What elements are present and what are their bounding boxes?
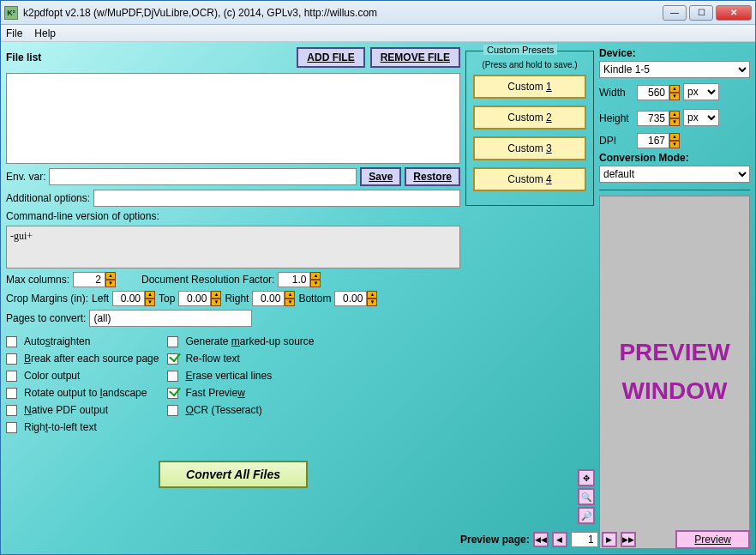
drf-stepper[interactable]: ▲▼ <box>278 272 321 287</box>
checkbox-icon[interactable] <box>167 388 178 399</box>
checkbox-label: Fast Preview <box>185 387 244 399</box>
height-unit-select[interactable]: px <box>683 109 719 126</box>
zoom-out-icon[interactable]: 🔎 <box>578 507 595 524</box>
checkbox-icon[interactable] <box>6 422 17 433</box>
checkbox-label: Native PDF output <box>24 404 108 416</box>
fit-icon[interactable]: ✥ <box>578 469 595 486</box>
checkbox-label: Autostraighten <box>24 335 90 347</box>
width-unit-select[interactable]: px <box>683 83 719 100</box>
checkbox-option[interactable]: Native PDF output <box>6 404 159 416</box>
max-columns-stepper[interactable]: ▲▼ <box>73 272 116 287</box>
maximize-button[interactable]: ☐ <box>689 5 713 21</box>
checkbox-icon[interactable] <box>6 371 17 382</box>
presets-hint: (Press and hold to save.) <box>473 60 586 69</box>
env-var-label: Env. var: <box>6 171 45 183</box>
checkbox-option[interactable]: Color output <box>6 370 159 382</box>
convert-all-button[interactable]: Convert All Files <box>159 461 308 488</box>
device-panel: Device: Kindle 1-5 Width ▲▼ px Height ▲▼… <box>599 47 750 190</box>
minimize-button[interactable]: — <box>663 5 687 21</box>
close-button[interactable]: ✕ <box>716 5 752 21</box>
checkbox-option[interactable]: Erase vertical lines <box>167 370 314 382</box>
additional-options-label: Additional options: <box>6 192 90 204</box>
app-icon: K² <box>4 6 18 20</box>
preview-page-input[interactable] <box>571 532 598 547</box>
pages-input[interactable] <box>89 310 252 327</box>
file-list[interactable] <box>6 73 460 164</box>
checkbox-icon[interactable] <box>167 371 178 382</box>
menu-help[interactable]: Help <box>34 27 56 39</box>
first-page-icon[interactable]: ◀◀ <box>533 532 549 547</box>
options-checkboxes: AutostraightenBreak after each source pa… <box>6 335 460 433</box>
crop-top-stepper[interactable]: ▲▼ <box>178 291 221 306</box>
menubar: File Help <box>1 25 755 42</box>
preview-placeholder-text: PREVIEWWINDOW <box>619 334 729 411</box>
preview-button[interactable]: Preview <box>675 530 750 549</box>
checkbox-label: Break after each source page <box>24 353 159 365</box>
checkbox-icon[interactable] <box>6 405 17 416</box>
checkbox-option[interactable]: Re-flow text <box>167 353 314 365</box>
device-select[interactable]: Kindle 1-5 <box>599 61 750 78</box>
crop-bottom-stepper[interactable]: ▲▼ <box>334 291 377 306</box>
checkbox-icon[interactable] <box>6 336 17 347</box>
dpi-stepper[interactable]: ▲▼ <box>637 133 680 148</box>
add-file-button[interactable]: ADD FILE <box>297 47 364 68</box>
checkbox-option[interactable]: Right-to-left text <box>6 421 159 433</box>
cmdline-label: Command-line version of options: <box>6 210 460 222</box>
conversion-mode-select[interactable]: default <box>599 166 750 183</box>
preset-button-3[interactable]: Custom 3 <box>473 136 586 160</box>
checkbox-icon[interactable] <box>167 405 178 416</box>
checkbox-option[interactable]: Rotate output to landscape <box>6 387 159 399</box>
prev-page-icon[interactable]: ◀ <box>552 532 567 547</box>
titlebar: K² k2pdfopt v2.18 (w/MuPDF,DjVuLibre,OCR… <box>1 1 755 25</box>
checkbox-icon[interactable] <box>6 353 17 365</box>
checkbox-icon[interactable] <box>167 336 178 347</box>
checkbox-option[interactable]: Fast Preview <box>167 387 314 399</box>
presets-legend: Custom Presets <box>483 45 557 55</box>
checkbox-label: Rotate output to landscape <box>24 387 147 399</box>
crop-margins-label: Crop Margins (in): <box>6 293 88 305</box>
checkbox-option[interactable]: OCR (Tesseract) <box>167 404 314 416</box>
menu-file[interactable]: File <box>6 27 22 39</box>
client-area: File list ADD FILE REMOVE FILE Env. var:… <box>1 42 755 554</box>
custom-presets-group: Custom Presets (Press and hold to save.)… <box>465 51 594 206</box>
crop-left-stepper[interactable]: ▲▼ <box>112 291 155 306</box>
crop-right-stepper[interactable]: ▲▼ <box>252 291 295 306</box>
preset-button-4[interactable]: Custom 4 <box>473 167 586 191</box>
remove-file-button[interactable]: REMOVE FILE <box>370 47 460 68</box>
device-label: Device: <box>599 47 750 59</box>
preset-button-2[interactable]: Custom 2 <box>473 106 586 130</box>
checkbox-label: Color output <box>24 370 80 382</box>
checkbox-icon[interactable] <box>167 353 178 365</box>
height-stepper[interactable]: ▲▼ <box>637 111 680 126</box>
conversion-mode-label: Conversion Mode: <box>599 152 750 164</box>
window-buttons: — ☐ ✕ <box>663 5 752 21</box>
checkbox-label: Generate marked-up source <box>185 335 314 347</box>
checkbox-option[interactable]: Break after each source page <box>6 353 159 365</box>
restore-button[interactable]: Restore <box>405 167 460 186</box>
preset-button-1[interactable]: Custom 1 <box>473 75 586 99</box>
checkbox-option[interactable]: Autostraighten <box>6 335 159 347</box>
last-page-icon[interactable]: ▶▶ <box>621 532 636 547</box>
checkbox-icon[interactable] <box>6 388 17 399</box>
pages-label: Pages to convert: <box>6 312 86 324</box>
save-button[interactable]: Save <box>360 167 401 186</box>
checkbox-option[interactable]: Generate marked-up source <box>167 335 314 347</box>
filelist-label: File list <box>6 51 41 63</box>
app-window: K² k2pdfopt v2.18 (w/MuPDF,DjVuLibre,OCR… <box>0 0 756 555</box>
middle-column: Custom Presets (Press and hold to save.)… <box>465 47 594 549</box>
env-var-input[interactable] <box>49 168 357 185</box>
preview-page-label: Preview page: <box>460 534 530 546</box>
next-page-icon[interactable]: ▶ <box>602 532 617 547</box>
cmdline-output: -gui+ <box>6 226 460 268</box>
drf-label: Document Resolution Factor: <box>141 274 274 286</box>
zoom-in-icon[interactable]: 🔍 <box>578 488 595 505</box>
down-arrow-icon[interactable]: ▼ <box>105 280 116 287</box>
preview-window: PREVIEWWINDOW ✥ 🔍 🔎 <box>599 196 750 549</box>
checkbox-label: Right-to-left text <box>24 421 97 433</box>
width-stepper[interactable]: ▲▼ <box>637 85 680 100</box>
checkbox-label: Re-flow text <box>185 353 239 365</box>
left-column: File list ADD FILE REMOVE FILE Env. var:… <box>6 47 460 549</box>
additional-options-input[interactable] <box>93 190 460 207</box>
right-column: Device: Kindle 1-5 Width ▲▼ px Height ▲▼… <box>599 47 750 549</box>
up-arrow-icon[interactable]: ▲ <box>105 272 116 280</box>
